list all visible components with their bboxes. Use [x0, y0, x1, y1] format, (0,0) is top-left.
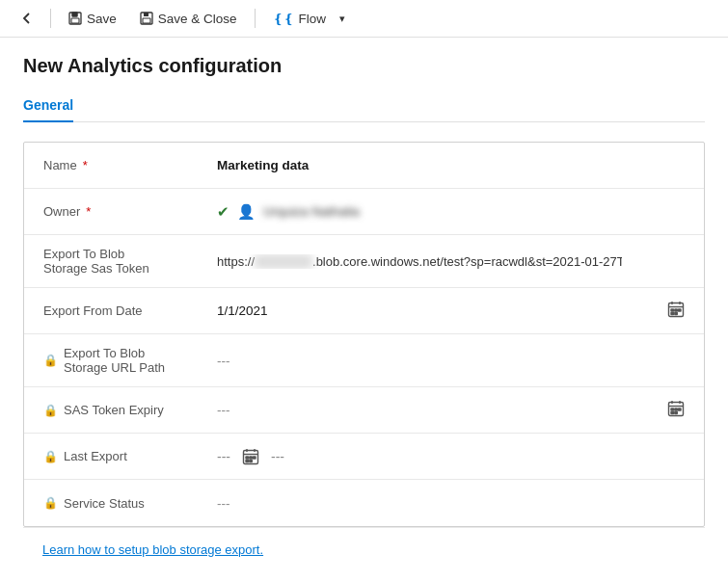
svg-rect-32	[250, 460, 253, 461]
flow-group: ❴❴ Flow ▾	[263, 7, 350, 31]
required-star-owner: *	[86, 204, 91, 219]
form-container: Name * Marketing data Owner * ✔ 👤 Urquiz…	[23, 142, 705, 527]
tabs: General	[23, 89, 705, 122]
svg-rect-5	[143, 18, 150, 23]
page-content: New Analytics configuration General Name…	[0, 38, 728, 580]
lock-icon-token-expiry: 🔒	[43, 404, 58, 417]
token-expiry-calendar-icon	[667, 400, 685, 417]
svg-rect-2	[71, 18, 79, 23]
svg-rect-20	[675, 409, 678, 410]
label-sas-token: Export To BlobStorage Sas Token	[43, 247, 217, 276]
value-name: Marketing data	[217, 158, 685, 172]
field-row-token-expiry: 🔒 SAS Token Expiry ---	[24, 387, 704, 434]
toolbar: Save Save & Close ❴❴ Flow ▾	[0, 0, 728, 38]
green-check-icon: ✔	[217, 203, 229, 221]
lock-icon-last-export: 🔒	[43, 450, 58, 463]
flow-dropdown-arrow: ▾	[339, 13, 345, 24]
url-path-value-text: ---	[217, 354, 230, 368]
save-button[interactable]: Save	[59, 7, 126, 31]
last-export-calendar-icon	[242, 448, 259, 465]
value-last-export: --- ---	[217, 448, 685, 465]
value-service-status: ---	[217, 496, 685, 511]
lock-icon-service-status: 🔒	[43, 496, 58, 510]
last-export-value1: ---	[217, 449, 230, 464]
export-date-value-text: 1/1/2021	[217, 303, 268, 318]
tab-general[interactable]: General	[23, 90, 73, 122]
label-token-expiry-text: SAS Token Expiry	[64, 403, 164, 417]
last-export-value2: ---	[271, 449, 284, 464]
label-owner-text: Owner	[43, 204, 80, 219]
person-icon: 👤	[237, 203, 256, 221]
flow-icon: ❴❴	[273, 12, 294, 26]
label-last-export-text: Last Export	[64, 449, 127, 463]
owner-value-text: Urquiza Nathalia	[263, 204, 360, 219]
learn-link-row: Learn how to setup blob storage export.	[23, 527, 705, 570]
value-export-date: 1/1/2021	[217, 303, 667, 318]
svg-rect-11	[675, 309, 678, 311]
token-expiry-value-text: ---	[217, 403, 230, 417]
svg-rect-23	[675, 411, 678, 413]
back-button[interactable]	[12, 6, 42, 31]
value-token-expiry: ---	[217, 403, 667, 417]
label-sas-token-text: Export To BlobStorage Sas Token	[43, 247, 149, 276]
label-token-expiry: 🔒 SAS Token Expiry	[43, 403, 217, 417]
label-export-date: Export From Date	[43, 303, 217, 318]
save-close-icon	[140, 12, 153, 25]
svg-rect-19	[671, 409, 674, 410]
svg-rect-14	[675, 312, 678, 314]
value-owner: ✔ 👤 Urquiza Nathalia	[217, 203, 685, 221]
label-owner: Owner *	[43, 204, 217, 219]
service-status-value-text: ---	[217, 496, 230, 511]
field-row-name: Name * Marketing data	[24, 143, 704, 189]
svg-rect-4	[144, 13, 148, 16]
svg-rect-12	[679, 309, 682, 311]
save-close-label: Save & Close	[158, 12, 237, 26]
field-row-service-status: 🔒 Service Status ---	[24, 480, 704, 526]
flow-label: Flow	[299, 12, 327, 26]
lock-icon-url-path: 🔒	[43, 354, 58, 367]
label-url-path: 🔒 Export To BlobStorage URL Path	[43, 346, 217, 375]
label-name-text: Name	[43, 158, 77, 172]
learn-link[interactable]: Learn how to setup blob storage export.	[42, 542, 263, 557]
svg-rect-29	[250, 457, 253, 459]
label-export-date-text: Export From Date	[43, 303, 143, 318]
field-row-owner: Owner * ✔ 👤 Urquiza Nathalia	[24, 189, 704, 235]
field-row-url-path: 🔒 Export To BlobStorage URL Path ---	[24, 334, 704, 387]
label-service-status: 🔒 Service Status	[43, 496, 217, 511]
label-url-path-text: Export To BlobStorage URL Path	[64, 346, 165, 375]
save-label: Save	[87, 12, 117, 26]
field-row-last-export: 🔒 Last Export --- ---	[24, 434, 704, 480]
field-row-export-date: Export From Date 1/1/2021	[24, 288, 704, 334]
flow-button[interactable]: ❴❴ Flow	[263, 7, 337, 31]
svg-rect-10	[671, 309, 674, 311]
label-service-status-text: Service Status	[64, 496, 145, 511]
export-date-calendar-button[interactable]	[667, 301, 685, 322]
value-sas-token: https:// .blob.core.windows.net/test?sp=…	[217, 254, 622, 269]
svg-rect-13	[671, 312, 674, 314]
svg-rect-22	[671, 411, 674, 413]
svg-rect-28	[246, 457, 249, 459]
required-star-name: *	[83, 158, 88, 172]
svg-rect-30	[254, 457, 256, 459]
svg-rect-1	[72, 13, 77, 16]
calendar-icon	[667, 301, 685, 318]
flow-dropdown-button[interactable]: ▾	[336, 8, 349, 30]
save-icon	[68, 12, 82, 25]
field-row-sas-token: Export To BlobStorage Sas Token https://…	[24, 235, 704, 288]
toolbar-divider-1	[50, 9, 51, 28]
save-close-button[interactable]: Save & Close	[130, 7, 247, 31]
toolbar-divider-2	[255, 9, 256, 28]
token-expiry-calendar-button[interactable]	[667, 400, 685, 421]
value-url-path: ---	[217, 354, 685, 368]
sas-token-value-text: https:// .blob.core.windows.net/test?sp=…	[217, 254, 622, 269]
svg-rect-31	[246, 460, 249, 461]
name-value-text: Marketing data	[217, 158, 309, 172]
label-name: Name *	[43, 158, 217, 172]
page-title: New Analytics configuration	[23, 55, 705, 77]
svg-rect-21	[679, 409, 682, 410]
label-last-export: 🔒 Last Export	[43, 449, 217, 463]
